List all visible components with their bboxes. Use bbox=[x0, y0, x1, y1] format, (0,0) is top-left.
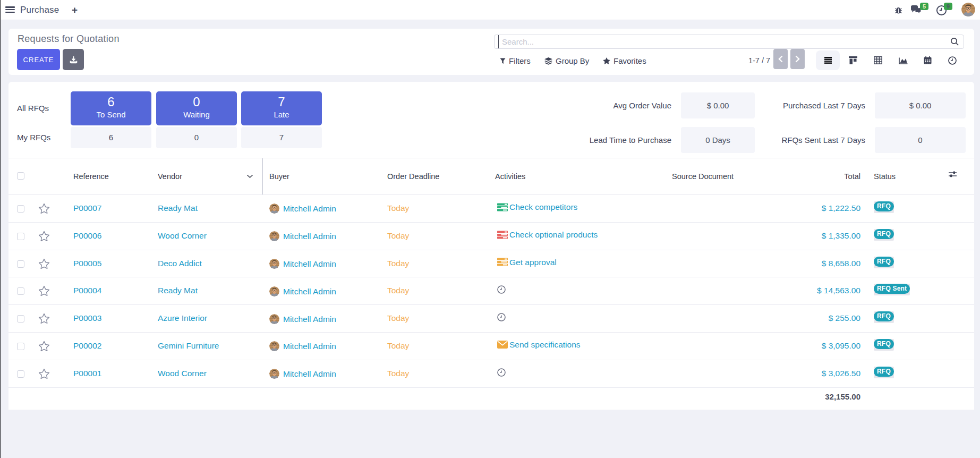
row-buyer-link[interactable]: Mitchell Admin bbox=[269, 277, 336, 305]
row-checkbox[interactable] bbox=[17, 233, 24, 240]
row-buyer-link[interactable]: Mitchell Admin bbox=[269, 333, 336, 360]
column-header-reference[interactable]: Reference bbox=[73, 171, 109, 182]
kpi-card-to-send[interactable]: 6 To Send bbox=[71, 91, 151, 125]
view-switch-activity[interactable] bbox=[940, 50, 964, 70]
apps-menu-icon[interactable] bbox=[5, 6, 15, 13]
row-activity[interactable] bbox=[497, 303, 507, 331]
row-reference-link[interactable]: P00007 bbox=[73, 195, 101, 223]
view-switch-kanban[interactable] bbox=[841, 50, 865, 70]
kpi-card-waiting[interactable]: 0 Waiting bbox=[156, 91, 237, 125]
app-name-menu[interactable]: Purchase bbox=[20, 0, 59, 20]
table-row[interactable]: P00001 Wood Corner Mitchell Admin Today … bbox=[8, 360, 974, 388]
row-vendor-link[interactable]: Gemini Furniture bbox=[158, 333, 219, 360]
tasks-green-icon[interactable] bbox=[497, 203, 508, 211]
row-vendor-link[interactable]: Azure Interior bbox=[158, 305, 207, 333]
envelope-icon[interactable] bbox=[497, 341, 508, 349]
favorite-star-icon[interactable] bbox=[38, 341, 50, 352]
row-checkbox[interactable] bbox=[17, 370, 24, 378]
table-row[interactable]: P00006 Wood Corner Mitchell Admin Today … bbox=[8, 223, 974, 250]
row-buyer-link[interactable]: Mitchell Admin bbox=[269, 223, 336, 250]
row-order-deadline[interactable]: Today bbox=[387, 223, 409, 250]
column-header-buyer[interactable]: Buyer bbox=[269, 171, 289, 182]
row-reference-link[interactable]: P00002 bbox=[73, 333, 101, 360]
column-header-vendor[interactable]: Vendor bbox=[158, 171, 182, 182]
row-buyer-link[interactable]: Mitchell Admin bbox=[269, 360, 336, 388]
search-icon[interactable] bbox=[945, 37, 964, 46]
row-order-deadline[interactable]: Today bbox=[387, 195, 409, 223]
column-header-order-deadline[interactable]: Order Deadline bbox=[387, 171, 439, 182]
favorite-star-icon[interactable] bbox=[38, 313, 50, 324]
column-header-activities[interactable]: Activities bbox=[495, 171, 525, 182]
user-avatar[interactable] bbox=[961, 3, 975, 16]
select-all-checkbox[interactable] bbox=[17, 172, 24, 180]
chevron-down-icon[interactable] bbox=[246, 174, 253, 179]
clock-grey-icon[interactable] bbox=[497, 285, 506, 294]
row-buyer-link[interactable]: Mitchell Admin bbox=[269, 195, 336, 223]
row-checkbox[interactable] bbox=[17, 315, 24, 323]
favorite-star-icon[interactable] bbox=[38, 231, 50, 242]
create-button[interactable]: CREATE bbox=[17, 49, 60, 70]
table-row[interactable]: P00002 Gemini Furniture Mitchell Admin T… bbox=[8, 333, 974, 360]
view-switch-pivot[interactable] bbox=[866, 50, 890, 70]
table-row[interactable]: P00003 Azure Interior Mitchell Admin Tod… bbox=[8, 305, 974, 333]
view-switch-list[interactable] bbox=[816, 50, 840, 70]
favorite-star-icon[interactable] bbox=[38, 258, 50, 269]
row-reference-link[interactable]: P00004 bbox=[73, 277, 101, 305]
row-order-deadline[interactable]: Today bbox=[387, 360, 409, 388]
export-button[interactable] bbox=[63, 49, 84, 70]
row-reference-link[interactable]: P00005 bbox=[73, 250, 101, 278]
row-vendor-link[interactable]: Wood Corner bbox=[158, 223, 207, 250]
view-switch-calendar[interactable] bbox=[916, 50, 940, 70]
debug-bug-icon[interactable] bbox=[894, 0, 902, 20]
row-vendor-link[interactable]: Ready Mat bbox=[158, 195, 198, 223]
kpi-my-waiting[interactable]: 0 bbox=[156, 127, 237, 148]
pager-next-button[interactable] bbox=[790, 49, 805, 69]
tasks-red-icon[interactable] bbox=[497, 231, 508, 239]
favorites-button[interactable]: Favorites bbox=[603, 54, 646, 68]
plus-icon[interactable]: + bbox=[72, 0, 78, 20]
row-vendor-link[interactable]: Deco Addict bbox=[158, 250, 202, 278]
row-activity[interactable] bbox=[497, 276, 507, 303]
row-vendor-link[interactable]: Wood Corner bbox=[158, 360, 207, 388]
row-reference-link[interactable]: P00006 bbox=[73, 223, 101, 250]
row-checkbox[interactable] bbox=[17, 287, 24, 295]
pager-previous-button[interactable] bbox=[773, 49, 788, 69]
row-buyer-link[interactable]: Mitchell Admin bbox=[269, 305, 336, 333]
table-row[interactable]: P00004 Ready Mat Mitchell Admin Today $ … bbox=[8, 277, 974, 305]
favorite-star-icon[interactable] bbox=[38, 203, 50, 214]
row-activity[interactable]: Check optional products bbox=[497, 221, 598, 249]
favorite-star-icon[interactable] bbox=[38, 368, 50, 379]
filters-button[interactable]: Filters bbox=[500, 54, 531, 68]
row-vendor-link[interactable]: Ready Mat bbox=[158, 277, 198, 305]
clock-grey-icon[interactable] bbox=[497, 313, 506, 321]
table-row[interactable]: P00007 Ready Mat Mitchell Admin Today Ch… bbox=[8, 195, 974, 223]
row-order-deadline[interactable]: Today bbox=[387, 305, 409, 333]
row-activity[interactable] bbox=[497, 359, 507, 386]
tasks-orange-icon[interactable] bbox=[497, 258, 508, 266]
search-input[interactable] bbox=[498, 35, 945, 48]
row-order-deadline[interactable]: Today bbox=[387, 333, 409, 360]
group-by-button[interactable]: Group By bbox=[544, 54, 589, 68]
row-reference-link[interactable]: P00003 bbox=[73, 305, 101, 333]
kpi-my-late[interactable]: 7 bbox=[241, 127, 322, 148]
column-header-status[interactable]: Status bbox=[874, 171, 896, 182]
row-activity[interactable]: Get approval bbox=[497, 249, 557, 276]
favorite-star-icon[interactable] bbox=[38, 285, 50, 296]
kpi-card-late[interactable]: 7 Late bbox=[241, 91, 322, 125]
view-switch-graph[interactable] bbox=[891, 50, 915, 70]
row-activity[interactable]: Check competitors bbox=[497, 193, 577, 221]
row-buyer-link[interactable]: Mitchell Admin bbox=[269, 250, 336, 278]
row-checkbox[interactable] bbox=[17, 205, 24, 213]
row-checkbox[interactable] bbox=[17, 260, 24, 268]
clock-grey-icon[interactable] bbox=[497, 368, 506, 377]
column-header-total[interactable]: Total bbox=[807, 171, 860, 182]
kpi-my-to-send[interactable]: 6 bbox=[71, 127, 151, 148]
table-row[interactable]: P00005 Deco Addict Mitchell Admin Today … bbox=[8, 250, 974, 278]
optional-columns-icon[interactable] bbox=[949, 171, 957, 178]
row-reference-link[interactable]: P00001 bbox=[73, 360, 101, 388]
row-order-deadline[interactable]: Today bbox=[387, 250, 409, 278]
row-order-deadline[interactable]: Today bbox=[387, 277, 409, 305]
row-activity[interactable]: Send specifications bbox=[497, 331, 581, 359]
column-header-source-document[interactable]: Source Document bbox=[672, 171, 734, 182]
row-checkbox[interactable] bbox=[17, 343, 24, 350]
